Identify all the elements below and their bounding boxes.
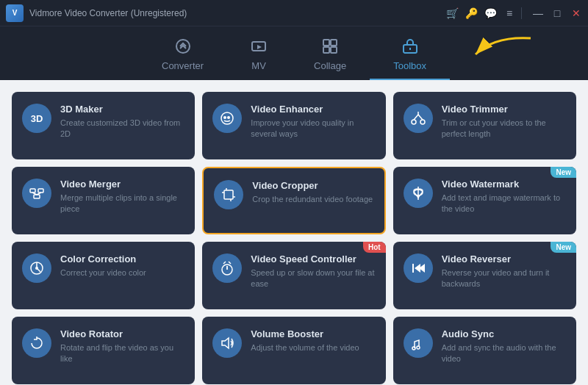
volume-booster-name: Volume Booster [251, 328, 375, 339]
video-enhancer-name: Video Enhancer [251, 104, 375, 115]
video-trimmer-info: Video Trimmer Trim or cut your videos to… [442, 104, 566, 140]
3d-maker-name: 3D Maker [60, 104, 184, 115]
svg-rect-4 [323, 47, 329, 53]
tab-converter[interactable]: Converter [138, 32, 227, 80]
svg-point-10 [223, 116, 226, 119]
video-reverser-info: Video Reverser Reverse your video and tu… [442, 253, 566, 290]
video-merger-desc: Merge multiple clips into a single piece [60, 192, 184, 215]
video-merger-icon [22, 179, 51, 208]
volume-booster-icon [212, 328, 242, 358]
maximize-button[interactable]: □ [551, 7, 563, 19]
video-rotator-info: Video Rotator Rotate and flip the video … [60, 328, 184, 365]
converter-label: Converter [162, 60, 204, 71]
audio-sync-icon [404, 328, 433, 358]
collage-icon [322, 38, 338, 58]
3d-maker-icon: 3D [22, 104, 51, 133]
title-bar: V Vidmore Video Converter (Unregistered)… [0, 0, 588, 26]
video-cropper-info: Video Cropper Crop the redundant video f… [252, 180, 373, 205]
svg-marker-32 [222, 338, 229, 348]
tool-card-video-rotator[interactable]: Video Rotator Rotate and flip the video … [12, 317, 195, 384]
volume-booster-desc: Adjust the volume of the video [251, 342, 375, 353]
svg-point-11 [227, 116, 230, 119]
color-correction-desc: Correct your video color [60, 267, 184, 278]
menu-icon[interactable]: ≡ [503, 7, 515, 19]
svg-point-34 [417, 346, 420, 349]
tool-grid: 3D 3D Maker Create customized 3D video f… [0, 80, 588, 385]
svg-rect-16 [38, 189, 43, 192]
tool-card-video-merger[interactable]: Video Merger Merge multiple clips into a… [12, 167, 195, 234]
video-trimmer-name: Video Trimmer [442, 104, 566, 115]
svg-rect-15 [30, 189, 35, 192]
color-correction-name: Color Correction [60, 253, 184, 265]
divider [521, 7, 522, 19]
minimize-button[interactable]: — [532, 7, 544, 19]
mv-icon [251, 38, 267, 58]
svg-point-12 [412, 120, 416, 124]
toolbox-icon [402, 38, 418, 58]
video-rotator-name: Video Rotator [60, 328, 184, 339]
mv-label: MV [251, 60, 266, 71]
video-trimmer-icon [404, 104, 433, 133]
video-speed-controller-name: Video Speed Controller [251, 253, 375, 265]
tool-card-video-speed-controller[interactable]: Hot Video Speed Controller Speed up or s… [202, 242, 385, 309]
video-watermark-name: Video Watermark [442, 179, 566, 190]
video-enhancer-info: Video Enhancer Improve your video qualit… [251, 104, 375, 140]
video-trimmer-desc: Trim or cut your videos to the perfect l… [442, 118, 566, 140]
arrow-svg [435, 32, 538, 73]
app-logo: V [6, 4, 24, 22]
collage-label: Collage [314, 60, 346, 71]
badge-new: New [551, 242, 576, 253]
window-controls: 🛒 🔑 💬 ≡ — □ ✕ [442, 7, 582, 19]
tool-card-video-trimmer[interactable]: Video Trimmer Trim or cut your videos to… [393, 92, 576, 159]
key-icon[interactable]: 🔑 [465, 7, 477, 19]
video-watermark-icon [404, 179, 433, 208]
converter-icon [175, 38, 191, 58]
video-speed-controller-icon [212, 253, 242, 283]
tool-card-video-watermark[interactable]: New Video Watermark Add text and image w… [393, 167, 576, 234]
badge-new: New [551, 167, 576, 178]
tool-card-3d-maker[interactable]: 3D 3D Maker Create customized 3D video f… [12, 92, 195, 159]
tool-card-video-enhancer[interactable]: Video Enhancer Improve your video qualit… [202, 92, 385, 159]
audio-sync-info: Audio Sync Add and sync the audio with t… [442, 328, 566, 365]
video-rotator-icon [22, 328, 51, 358]
svg-point-13 [420, 120, 425, 124]
svg-rect-17 [34, 195, 40, 198]
close-button[interactable]: ✕ [570, 7, 582, 19]
3d-maker-desc: Create customized 3D video from 2D [60, 118, 184, 140]
video-speed-controller-desc: Speed up or slow down your file at ease [251, 267, 375, 290]
video-cropper-name: Video Cropper [252, 180, 373, 191]
svg-rect-20 [224, 190, 233, 199]
svg-rect-2 [323, 40, 329, 46]
tool-card-video-reverser[interactable]: New Video Reverser Reverse your video an… [393, 242, 576, 309]
video-enhancer-icon [212, 104, 242, 133]
3d-maker-info: 3D Maker Create customized 3D video from… [60, 104, 184, 140]
video-cropper-icon [214, 180, 243, 209]
badge-hot: Hot [363, 242, 386, 253]
volume-booster-info: Volume Booster Adjust the volume of the … [251, 328, 375, 353]
svg-rect-3 [331, 40, 337, 46]
svg-point-9 [221, 112, 233, 124]
color-correction-icon [22, 253, 51, 283]
tab-collage[interactable]: Collage [290, 32, 370, 80]
video-watermark-desc: Add text and image watermark to the vide… [442, 192, 566, 215]
video-reverser-name: Video Reverser [442, 253, 566, 265]
video-reverser-desc: Reverse your video and turn it backwards [442, 267, 566, 290]
tool-card-video-cropper[interactable]: Video Cropper Crop the redundant video f… [202, 167, 385, 234]
video-reverser-icon [404, 253, 433, 283]
video-watermark-info: Video Watermark Add text and image water… [442, 179, 566, 215]
video-cropper-desc: Crop the redundant video footage [252, 194, 373, 205]
video-rotator-desc: Rotate and flip the video as you like [60, 342, 184, 365]
audio-sync-name: Audio Sync [442, 328, 566, 339]
toolbox-label: Toolbox [393, 60, 426, 71]
video-speed-controller-info: Video Speed Controller Speed up or slow … [251, 253, 375, 290]
svg-point-27 [35, 267, 38, 270]
tool-card-color-correction[interactable]: Color Correction Correct your video colo… [12, 242, 195, 309]
tool-card-volume-booster[interactable]: Volume Booster Adjust the volume of the … [202, 317, 385, 384]
chat-icon[interactable]: 💬 [484, 7, 496, 19]
svg-rect-5 [331, 47, 337, 53]
audio-sync-desc: Add and sync the audio with the video [442, 342, 566, 365]
tool-card-audio-sync[interactable]: Audio Sync Add and sync the audio with t… [393, 317, 576, 384]
shop-icon[interactable]: 🛒 [446, 7, 458, 19]
tab-mv[interactable]: MV [227, 32, 290, 80]
app-title: Vidmore Video Converter (Unregistered) [29, 8, 442, 18]
